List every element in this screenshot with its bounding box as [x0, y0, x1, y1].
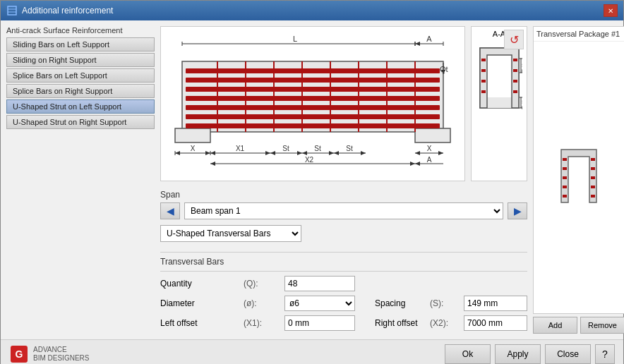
add-button[interactable]: Add — [533, 317, 577, 334]
quantity-row: Quantity (Q): — [160, 276, 527, 291]
svg-text:A: A — [427, 156, 432, 164]
left-offset-label: Left offset — [160, 318, 238, 328]
svg-text:X2: X2 — [305, 156, 314, 164]
close-button[interactable]: Close — [545, 344, 591, 364]
bottom-buttons: Ok Apply Close ? — [445, 344, 615, 364]
svg-text:S: S — [522, 62, 522, 68]
form-fields: Quantity (Q): Diameter (ø): ø6 ø8 ø10 ø1… — [160, 276, 527, 331]
group-label: Anti-crack Surface Reinforcement — [6, 26, 155, 35]
form-section: Span ◀ Beam span 1 Beam span 2 ▶ U-Shape… — [160, 187, 527, 334]
svg-marker-41 — [265, 151, 270, 155]
quantity-input[interactable] — [284, 276, 355, 291]
svg-rect-76 — [513, 69, 517, 72]
svg-rect-98 — [591, 195, 595, 198]
package-image — [534, 42, 624, 313]
right-panel: Transversal Package #1 — [533, 26, 624, 334]
right-offset-input[interactable] — [464, 315, 527, 331]
span-label: Span — [160, 190, 527, 200]
svg-rect-94 — [591, 158, 595, 161]
svg-text:L: L — [293, 35, 297, 43]
close-window-button[interactable]: ✕ — [604, 4, 618, 17]
svg-text:S: S — [522, 99, 522, 105]
right-offset-code: (X2): — [430, 318, 458, 328]
nav-splice-left[interactable]: Splice Bars on Left Support — [6, 68, 155, 83]
svg-rect-12 — [186, 123, 440, 128]
svg-rect-97 — [591, 186, 595, 188]
svg-marker-52 — [334, 151, 339, 155]
svg-rect-91 — [563, 176, 567, 179]
remove-button[interactable]: Remove — [580, 317, 624, 334]
svg-rect-90 — [563, 167, 567, 170]
help-button[interactable]: ? — [595, 344, 615, 364]
svg-marker-64 — [415, 162, 420, 166]
nav-sliding-left[interactable]: Sliding Bars on Left Support — [6, 37, 155, 51]
svg-marker-40 — [210, 151, 215, 155]
svg-text:X: X — [191, 145, 196, 152]
spacing-label: Spacing — [375, 298, 424, 308]
svg-rect-7 — [186, 78, 440, 83]
package-svg — [551, 142, 607, 213]
svg-text:iv: iv — [522, 68, 522, 73]
title-buttons: ✕ — [604, 4, 618, 17]
svg-rect-77 — [513, 80, 517, 83]
svg-rect-11 — [186, 114, 440, 119]
beam-svg: L A Qt — [161, 27, 464, 181]
svg-rect-4 — [175, 128, 210, 142]
spacing-code: (S): — [430, 298, 458, 308]
diameter-label: Diameter — [160, 298, 238, 308]
nav-sliding-right[interactable]: Sliding on Right Support — [6, 53, 155, 67]
title-bar: Additional reinforcement ✕ — [1, 1, 623, 20]
content-area: Anti-crack Surface Reinforcement Sliding… — [1, 20, 623, 339]
ok-button[interactable]: Ok — [445, 344, 491, 364]
apply-button[interactable]: Apply — [495, 344, 541, 364]
diameter-row: Diameter (ø): ø6 ø8 ø10 ø12 Spacing (S): — [160, 296, 527, 311]
main-panel: L A Qt — [160, 26, 527, 334]
svg-text:A: A — [426, 35, 432, 43]
svg-rect-72 — [481, 69, 486, 72]
offset-row: Left offset (X1): Right offset (X2): — [160, 315, 527, 331]
svg-rect-6 — [186, 68, 440, 73]
svg-marker-44 — [270, 151, 275, 155]
svg-rect-73 — [481, 80, 486, 83]
svg-text:St: St — [282, 145, 289, 152]
svg-rect-78 — [513, 90, 517, 93]
svg-marker-60 — [210, 162, 215, 166]
nav-u-left[interactable]: U-Shaped Strut on Left Support — [6, 99, 155, 114]
spacing-input[interactable] — [464, 296, 527, 311]
cross-section-svg: S iv S in — [476, 41, 522, 126]
svg-text:X1: X1 — [236, 145, 245, 152]
svg-text:G: G — [16, 348, 23, 360]
svg-rect-95 — [591, 167, 595, 170]
logo-text: ADVANCEBIM DESIGNERS — [33, 346, 89, 363]
diameter-select[interactable]: ø6 ø8 ø10 ø12 — [284, 296, 355, 311]
quantity-code: (Q): — [244, 279, 279, 289]
left-offset-code: (X1): — [244, 318, 279, 328]
left-offset-input[interactable] — [284, 315, 355, 331]
svg-marker-48 — [302, 151, 307, 155]
nav-splice-right[interactable]: Splice Bars on Right Support — [6, 84, 155, 98]
svg-rect-9 — [186, 96, 440, 101]
nav-u-right[interactable]: U-Shaped Strut on Right Support — [6, 115, 155, 129]
cross-section-panel: A-A ↺ — [471, 26, 527, 181]
beam-diagram: L A Qt — [160, 26, 465, 181]
refresh-icon[interactable]: ↺ — [504, 30, 524, 49]
svg-rect-92 — [563, 186, 567, 188]
svg-marker-36 — [205, 151, 210, 155]
bottom-logo: G ADVANCEBIM DESIGNERS — [9, 344, 89, 364]
svg-rect-10 — [186, 105, 440, 110]
transversal-bars-title: Transversal Bars — [160, 257, 527, 267]
span-prev-button[interactable]: ◀ — [160, 202, 180, 219]
svg-rect-75 — [513, 59, 517, 61]
span-select[interactable]: Beam span 1 Beam span 2 — [184, 202, 503, 219]
svg-text:X: X — [427, 145, 432, 152]
svg-rect-74 — [481, 90, 486, 93]
svg-marker-29 — [415, 42, 420, 46]
logo-icon: G — [9, 344, 29, 364]
type-select[interactable]: U-Shaped Transversal Bars Flat Bars — [160, 225, 301, 242]
svg-rect-8 — [186, 87, 440, 92]
span-next-button[interactable]: ▶ — [508, 202, 527, 219]
right-offset-label: Right offset — [375, 318, 424, 328]
diameter-code: (ø): — [244, 298, 279, 308]
svg-marker-53 — [361, 151, 366, 155]
app-icon — [6, 5, 18, 16]
